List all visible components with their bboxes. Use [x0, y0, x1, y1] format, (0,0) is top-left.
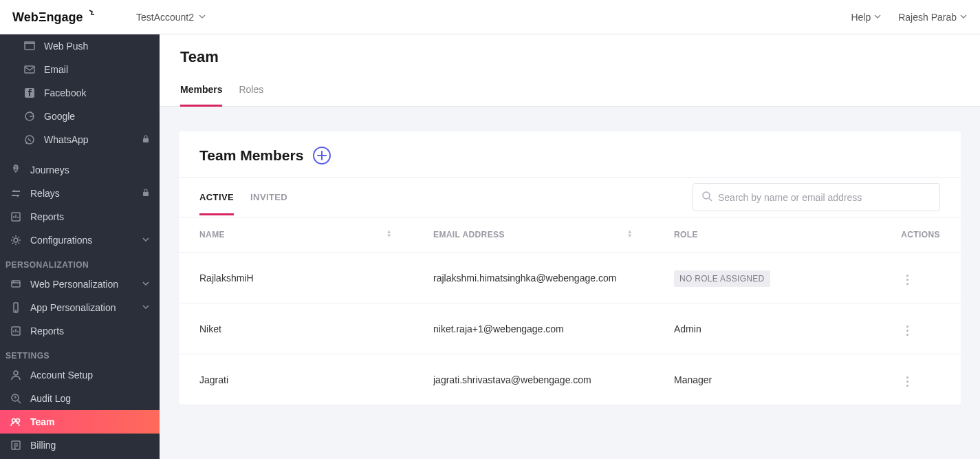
- page-tabs: MembersRoles: [160, 77, 980, 107]
- col-actions: ACTIONS: [880, 217, 961, 253]
- tab-members[interactable]: Members: [180, 77, 222, 106]
- main: Team MembersRoles Team Members ACTIVEINV…: [160, 34, 980, 459]
- help-menu[interactable]: Help: [851, 12, 882, 23]
- cell-actions: [880, 253, 961, 303]
- row-actions-menu[interactable]: [901, 323, 914, 339]
- user-name: Rajesh Parab: [898, 12, 957, 23]
- svg-rect-2: [25, 43, 34, 50]
- svg-point-21: [17, 419, 20, 423]
- svg-rect-10: [143, 192, 149, 196]
- cell-email: rajlakshmi.himatsinghka@webengage.com: [413, 253, 653, 303]
- sidebar-item-label: Relays: [30, 188, 60, 199]
- sidebar-item-google[interactable]: Google: [0, 105, 160, 128]
- topbar: Web Ξngage TestAccount2 Help Rajesh Para…: [0, 0, 980, 34]
- subtab-invited[interactable]: INVITED: [250, 180, 287, 215]
- col-email[interactable]: EMAIL ADDRESS ▲▼: [413, 217, 653, 253]
- app-personalization-icon: [10, 301, 22, 314]
- row-actions-menu[interactable]: [901, 374, 914, 389]
- sidebar: Web PushEmailFacebookGoogleWhatsApp Jour…: [0, 34, 160, 459]
- account-switcher[interactable]: TestAccount2: [129, 8, 213, 27]
- sidebar-item-label: Web Personalization: [30, 279, 118, 290]
- sidebar-item-team[interactable]: Team: [0, 410, 160, 434]
- col-role: ROLE: [653, 217, 880, 253]
- lock-icon: [142, 188, 150, 199]
- sidebar-item-configurations[interactable]: Configurations: [0, 228, 160, 252]
- sidebar-item-facebook[interactable]: Facebook: [0, 81, 160, 105]
- table-row: RajlakshmiHrajlakshmi.himatsinghka@weben…: [179, 253, 961, 303]
- chevron-down-icon: [142, 302, 150, 313]
- sidebar-item-label: Reports: [30, 325, 64, 337]
- journeys-icon: [10, 164, 22, 176]
- cell-role: Manager: [653, 354, 880, 405]
- card-title: Team Members: [199, 147, 303, 164]
- svg-point-16: [15, 310, 16, 311]
- tab-roles[interactable]: Roles: [239, 77, 263, 106]
- cell-name: Niket: [179, 303, 413, 354]
- sidebar-item-relays[interactable]: Relays: [0, 182, 160, 205]
- sidebar-item-email[interactable]: Email: [0, 58, 160, 81]
- search-wrap: [693, 183, 940, 211]
- cell-email: jagrati.shrivastava@webengage.com: [413, 354, 653, 405]
- sidebar-item-label: Billing: [30, 440, 56, 451]
- sidebar-item-label: Team: [30, 416, 55, 427]
- sidebar-item-label: Account Setup: [30, 370, 93, 381]
- search-box[interactable]: [693, 183, 940, 211]
- user-menu[interactable]: Rajesh Parab: [898, 12, 968, 23]
- facebook-icon: [23, 87, 36, 99]
- team-members-card: Team Members ACTIVEINVITED: [179, 131, 961, 405]
- sidebar-item-reports[interactable]: Reports: [0, 205, 160, 228]
- audit-log-icon: [10, 392, 22, 405]
- relays-icon: [10, 187, 22, 200]
- account-name: TestAccount2: [136, 12, 194, 23]
- svg-point-20: [12, 419, 16, 423]
- row-actions-menu[interactable]: [901, 272, 914, 288]
- col-name[interactable]: NAME ▲▼: [179, 217, 413, 253]
- sidebar-item-whatsapp[interactable]: WhatsApp: [0, 128, 160, 151]
- add-member-button[interactable]: [313, 147, 331, 164]
- cell-actions: [880, 354, 961, 405]
- sidebar-section-settings: SETTINGS: [0, 343, 160, 363]
- cell-role: Admin: [653, 303, 880, 354]
- card-sub-tabs: ACTIVEINVITED: [199, 180, 287, 215]
- chevron-down-icon: [198, 12, 206, 23]
- sidebar-item-journeys[interactable]: Journeys: [0, 158, 160, 182]
- sidebar-item-label: Google: [44, 111, 75, 122]
- sidebar-item-app-personalization[interactable]: App Personalization: [0, 296, 160, 319]
- sidebar-item-label: Web Push: [44, 41, 88, 52]
- chevron-down-icon: [873, 12, 882, 23]
- sidebar-item-label: Email: [44, 64, 68, 75]
- cell-role: NO ROLE ASSIGNED: [653, 253, 880, 303]
- google-icon: [23, 110, 36, 122]
- web-personalization-icon: [10, 278, 22, 290]
- whatsapp-icon: [23, 134, 36, 146]
- team-icon: [10, 416, 22, 428]
- sidebar-item-billing[interactable]: Billing: [0, 434, 160, 457]
- sort-icon: ▲▼: [627, 230, 633, 238]
- help-label: Help: [851, 12, 871, 23]
- sort-icon: ▲▼: [386, 230, 392, 238]
- billing-icon: [10, 439, 22, 451]
- reports-icon: [10, 325, 22, 337]
- sidebar-item-account-setup[interactable]: Account Setup: [0, 363, 160, 387]
- sidebar-item-audit-log[interactable]: Audit Log: [0, 387, 160, 410]
- svg-text:Web: Web: [12, 10, 39, 24]
- lock-icon: [142, 134, 150, 145]
- table-row: Niketniket.raja+1@webengage.comAdmin: [179, 303, 961, 354]
- logo[interactable]: Web Ξngage: [12, 8, 116, 27]
- account-setup-icon: [10, 369, 22, 381]
- sidebar-item-web-personalization[interactable]: Web Personalization: [0, 273, 160, 296]
- sidebar-item-label: Journeys: [30, 164, 69, 175]
- chevron-down-icon: [142, 279, 150, 290]
- sidebar-item-label: App Personalization: [30, 302, 116, 313]
- subtab-active[interactable]: ACTIVE: [199, 180, 234, 215]
- svg-point-18: [14, 371, 18, 375]
- sidebar-section-personalization: PERSONALIZATION: [0, 252, 160, 273]
- sidebar-item-label: Audit Log: [30, 393, 71, 404]
- search-input[interactable]: [718, 192, 931, 203]
- svg-point-12: [14, 238, 18, 242]
- configurations-icon: [10, 234, 22, 246]
- svg-point-9: [15, 167, 17, 169]
- page-header: Team MembersRoles: [160, 34, 980, 107]
- sidebar-item-reports[interactable]: Reports: [0, 319, 160, 343]
- sidebar-item-web-push[interactable]: Web Push: [0, 34, 160, 58]
